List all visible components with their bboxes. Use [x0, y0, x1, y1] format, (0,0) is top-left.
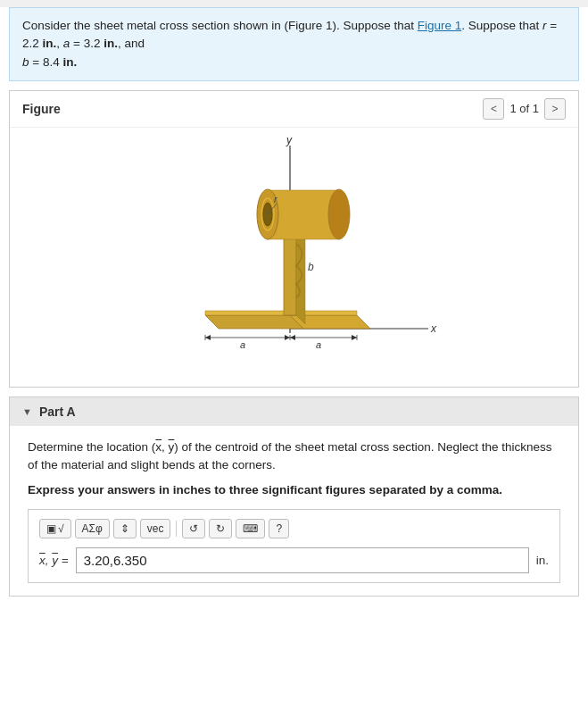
part-a-instruction: Express your answers in inches to three … [28, 483, 560, 497]
svg-text:y: y [286, 137, 293, 146]
sqrt-icon: √ [58, 522, 64, 535]
part-a-collapse-arrow: ▼ [22, 406, 32, 417]
figure-nav-label: 1 of 1 [509, 102, 539, 115]
sigma-button[interactable]: AΣφ [75, 519, 110, 538]
answer-label: x, y = [39, 554, 69, 567]
main-container: Consider the sheet metal cross section s… [0, 7, 588, 701]
part-a-label: Part A [39, 405, 76, 419]
svg-marker-4 [205, 315, 303, 329]
y-bar: y [169, 440, 175, 454]
svg-text:x: x [430, 322, 437, 335]
vec-button[interactable]: vec [140, 519, 171, 538]
answer-unit: in. [536, 554, 549, 567]
figure-image-area: y x [10, 128, 578, 387]
arrows-button[interactable]: ⇕ [113, 519, 137, 538]
figure-next-button[interactable]: > [544, 98, 566, 120]
redo-button[interactable]: ↻ [209, 519, 232, 538]
svg-text:a: a [240, 339, 245, 350]
answer-toolbar: ▣ √ AΣφ ⇕ vec ↺ ↻ ⌨ ? [39, 519, 549, 538]
matrix-button[interactable]: ▣ √ [39, 519, 71, 538]
part-a-body: Determine the location (x, y) of the cen… [10, 426, 578, 597]
figure-header: Figure < 1 of 1 > [10, 91, 578, 128]
figure-link[interactable]: Figure 1 [418, 19, 462, 32]
figure-prev-button[interactable]: < [483, 98, 504, 120]
keyboard-button[interactable]: ⌨ [236, 519, 265, 538]
problem-text: Consider the sheet metal cross section s… [22, 19, 418, 32]
x-bar-label: x [39, 554, 46, 567]
part-a-header[interactable]: ▼ Part A [10, 397, 578, 426]
undo-button[interactable]: ↺ [182, 519, 205, 538]
svg-point-11 [328, 189, 350, 239]
svg-marker-27 [352, 335, 357, 340]
matrix-icon: ▣ [46, 522, 56, 535]
help-button[interactable]: ? [269, 519, 289, 538]
svg-marker-26 [290, 335, 295, 340]
svg-marker-6 [205, 311, 357, 315]
svg-marker-25 [285, 335, 290, 340]
svg-text:b: b [308, 261, 314, 273]
svg-text:a: a [316, 339, 321, 350]
problem-statement: Consider the sheet metal cross section s… [9, 7, 579, 81]
y-bar-label: y [52, 554, 58, 567]
answer-box: ▣ √ AΣφ ⇕ vec ↺ ↻ ⌨ ? [28, 509, 560, 583]
keyboard-icon: ⌨ [243, 522, 258, 535]
figure-nav: < 1 of 1 > [483, 98, 566, 120]
answer-row: x, y = in. [39, 547, 549, 573]
figure-section: Figure < 1 of 1 > y x [9, 90, 579, 388]
x-bar: x [155, 440, 161, 454]
toolbar-separator-1 [176, 521, 177, 537]
svg-marker-24 [205, 335, 211, 340]
part-a-section: ▼ Part A Determine the location (x, y) o… [9, 396, 579, 597]
figure-svg: y x [152, 137, 437, 369]
figure-title: Figure [22, 102, 61, 116]
part-a-description: Determine the location (x, y) of the cen… [28, 438, 560, 475]
answer-input[interactable] [76, 547, 529, 573]
